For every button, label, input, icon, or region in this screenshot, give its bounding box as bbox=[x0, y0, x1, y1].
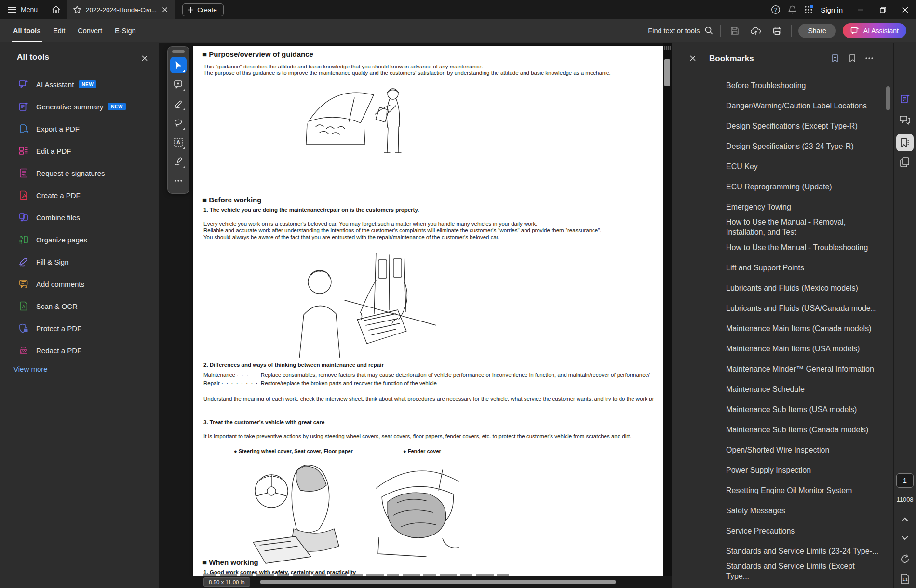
bookmark-item[interactable]: Service Precautions bbox=[672, 521, 893, 541]
page-number-input[interactable]: 1 bbox=[896, 473, 914, 488]
sidebar-tool-item[interactable]: Organize pages bbox=[0, 228, 159, 251]
restore-button[interactable] bbox=[872, 0, 894, 19]
sidebar-tool-item[interactable]: Generative summary NEW bbox=[0, 95, 159, 118]
close-bookmarks-button[interactable] bbox=[689, 55, 696, 62]
bookmarks-options-icon[interactable] bbox=[865, 57, 873, 59]
sign-in-button[interactable]: Sign in bbox=[817, 6, 849, 14]
close-window-button[interactable] bbox=[894, 0, 916, 19]
bookmark-item[interactable]: Lubricants and Fluids (USA/Canada mode..… bbox=[672, 298, 893, 318]
doc-heading-before-working: ■ Before working bbox=[202, 196, 261, 204]
horizontal-scrollbar-thumb[interactable] bbox=[260, 580, 616, 584]
menu-button[interactable]: Menu bbox=[0, 0, 45, 19]
vertical-scrollbar[interactable] bbox=[663, 43, 672, 576]
ai-assistant-button[interactable]: AI Assistant bbox=[843, 23, 906, 38]
document-tab[interactable]: 2022-2024-Honda-Civi... bbox=[67, 0, 175, 19]
next-page-button[interactable] bbox=[901, 535, 909, 540]
cloud-upload-icon bbox=[751, 26, 761, 36]
comments-rail-button[interactable] bbox=[899, 115, 911, 126]
bookmark-item[interactable]: Open/Shorted Wire Inspection bbox=[672, 440, 893, 460]
sidebar-tool-item[interactable]: Fill & Sign bbox=[0, 251, 159, 273]
menu-all-tools[interactable]: All tools bbox=[7, 19, 47, 42]
bookmark-item[interactable]: Design Specifications (23-24 Type-R) bbox=[672, 136, 893, 156]
add-bookmark-icon[interactable] bbox=[831, 54, 839, 63]
bookmark-item[interactable]: Maintenance Main Items (Canada models) bbox=[672, 318, 893, 338]
bookmark-item[interactable]: Maintenance Sub Items (Canada models) bbox=[672, 419, 893, 440]
toolbar-divider bbox=[791, 25, 792, 37]
bookmark-item[interactable]: Maintenance Schedule bbox=[672, 379, 893, 399]
draw-tool[interactable] bbox=[170, 95, 187, 112]
minimize-button[interactable] bbox=[849, 0, 872, 19]
rotate-page-button[interactable] bbox=[900, 554, 910, 564]
generative-summary-rail-button[interactable] bbox=[899, 93, 911, 105]
lasso-tool[interactable] bbox=[170, 115, 187, 131]
upload-cloud-button[interactable] bbox=[749, 23, 763, 39]
find-text-button[interactable]: Find text or tools bbox=[648, 26, 714, 35]
bookmark-item[interactable]: How to Use the Manual - Troubleshooting bbox=[672, 237, 893, 257]
share-button[interactable]: Share bbox=[798, 24, 835, 38]
bookmark-item[interactable]: Maintenance Sub Items (USA models) bbox=[672, 399, 893, 419]
bookmark-item[interactable]: Safety Messages bbox=[672, 500, 893, 521]
sidebar-tool-item[interactable]: AI Assistant NEW bbox=[0, 73, 159, 95]
vertical-scrollbar-thumb[interactable] bbox=[664, 59, 670, 86]
menu-convert[interactable]: Convert bbox=[71, 19, 108, 42]
pages-rail-button[interactable] bbox=[900, 157, 910, 168]
sidebar-tool-item[interactable]: A Scan & OCR bbox=[0, 295, 159, 317]
more-tools-button[interactable] bbox=[170, 173, 187, 189]
printer-icon bbox=[772, 26, 782, 36]
scrollbar-grip[interactable] bbox=[664, 46, 671, 50]
bookmark-item[interactable]: Maintenance Main Items (USA models) bbox=[672, 338, 893, 359]
tool-label: Create a PDF bbox=[36, 191, 81, 200]
all-tools-title: All tools bbox=[17, 53, 49, 62]
view-more-link[interactable]: View more bbox=[13, 365, 48, 373]
bookmark-item[interactable]: ECU Key bbox=[672, 156, 893, 176]
ai-assistant-icon bbox=[850, 27, 860, 35]
print-button[interactable] bbox=[770, 23, 784, 39]
sidebar-tool-item[interactable]: Edit a PDF bbox=[0, 140, 159, 162]
bookmark-item[interactable]: Standards and Service Limits (Except Typ… bbox=[672, 561, 893, 581]
sidebar-tool-item[interactable]: Request e-signatures bbox=[0, 162, 159, 184]
bookmark-item[interactable]: Design Specifications (Except Type-R) bbox=[672, 116, 893, 136]
ai-assistant-label: AI Assistant bbox=[863, 27, 899, 35]
select-tool[interactable] bbox=[170, 57, 187, 73]
help-button[interactable]: ? bbox=[768, 0, 784, 19]
bookmark-item[interactable]: Maintenance Minder™ General Information bbox=[672, 359, 893, 379]
apps-button[interactable] bbox=[800, 0, 817, 19]
sidebar-tool-item[interactable]: Add comments bbox=[0, 273, 159, 295]
sidebar-tool-item[interactable]: Protect a PDF bbox=[0, 317, 159, 339]
bookmark-item[interactable]: Standards and Service Limits (23-24 Type… bbox=[672, 541, 893, 561]
redact-pdf-icon bbox=[18, 345, 29, 356]
bookmarks-scrollbar-thumb[interactable] bbox=[886, 86, 890, 110]
actual-size-button[interactable]: 1:1 bbox=[900, 573, 910, 585]
notifications-button[interactable] bbox=[784, 0, 800, 19]
tab-close-icon[interactable] bbox=[161, 6, 169, 13]
bookmark-item[interactable]: How to Use the Manual - Removal, Install… bbox=[672, 217, 893, 237]
bookmark-item[interactable]: Power Supply Inspection bbox=[672, 460, 893, 480]
bookmark-item[interactable]: Emergency Towing bbox=[672, 197, 893, 217]
menu-edit[interactable]: Edit bbox=[47, 19, 71, 42]
bookmark-item[interactable]: Lift and Support Points bbox=[672, 257, 893, 278]
create-tab-button[interactable]: Create bbox=[182, 3, 224, 16]
bookmark-icon[interactable] bbox=[848, 54, 857, 63]
save-button[interactable] bbox=[727, 23, 742, 39]
fill-sign-tool[interactable] bbox=[170, 153, 187, 170]
bookmark-item[interactable]: Resetting Engine Oil Monitor System bbox=[672, 480, 893, 500]
menu-esign[interactable]: E-Sign bbox=[108, 19, 142, 42]
bookmarks-rail-button-active[interactable] bbox=[896, 134, 914, 151]
home-button[interactable] bbox=[45, 0, 67, 19]
sidebar-tool-item[interactable]: Export a PDF bbox=[0, 118, 159, 140]
doc-paragraph: Reliable and accurate work after underst… bbox=[203, 227, 601, 233]
previous-page-button[interactable] bbox=[901, 517, 909, 522]
close-panel-button[interactable] bbox=[141, 55, 148, 62]
tool-label: Edit a PDF bbox=[36, 147, 71, 155]
palette-drag-handle[interactable] bbox=[172, 50, 185, 53]
bookmark-item[interactable]: Before Troubleshooting bbox=[672, 75, 893, 95]
sidebar-tool-item[interactable]: Create a PDF bbox=[0, 184, 159, 206]
add-comment-tool[interactable] bbox=[170, 76, 187, 93]
bookmark-item[interactable]: Danger/Warning/Caution Label Locations bbox=[672, 95, 893, 116]
sidebar-tool-item[interactable]: Combine files bbox=[0, 206, 159, 228]
sidebar-tool-item[interactable]: Redact a PDF bbox=[0, 339, 159, 361]
doc-caption-right: ● Fender cover bbox=[403, 448, 441, 454]
bookmark-item[interactable]: ECU Reprogramming (Update) bbox=[672, 176, 893, 197]
text-select-tool[interactable]: A bbox=[170, 134, 187, 150]
bookmark-item[interactable]: Lubricants and Fluids (Mexico models) bbox=[672, 278, 893, 298]
